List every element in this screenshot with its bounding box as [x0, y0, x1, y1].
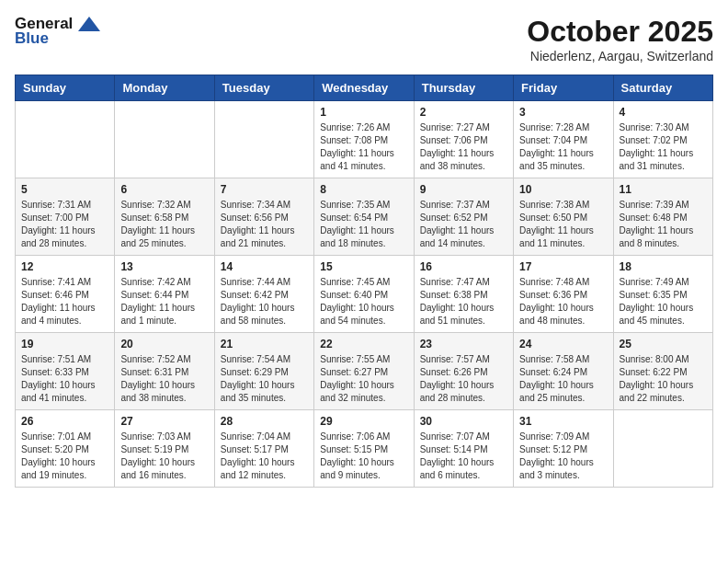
day-number: 11: [620, 183, 707, 196]
day-number: 24: [519, 338, 607, 350]
calendar-cell: 8Sunrise: 7:35 AMSunset: 6:54 PMDaylight…: [314, 178, 414, 256]
calendar-week-row: 5Sunrise: 7:31 AMSunset: 7:00 PMDaylight…: [16, 178, 713, 256]
weekday-header-sunday: Sunday: [16, 75, 115, 101]
weekday-header-row: SundayMondayTuesdayWednesdayThursdayFrid…: [16, 75, 713, 101]
day-info: Sunrise: 7:27 AMSunset: 7:06 PMDaylight:…: [420, 121, 507, 173]
calendar-cell: 14Sunrise: 7:44 AMSunset: 6:42 PMDayligh…: [214, 256, 313, 333]
calendar-cell: 15Sunrise: 7:45 AMSunset: 6:40 PMDayligh…: [314, 256, 414, 333]
calendar-cell: 23Sunrise: 7:57 AMSunset: 6:26 PMDayligh…: [414, 333, 513, 410]
day-number: 26: [21, 415, 108, 428]
calendar-cell: 29Sunrise: 7:06 AMSunset: 5:15 PMDayligh…: [314, 410, 414, 488]
header: General Blue October 2025 Niederlenz, Aa…: [15, 15, 713, 63]
day-number: 18: [620, 260, 707, 273]
day-number: 9: [420, 183, 507, 196]
day-info: Sunrise: 7:03 AMSunset: 5:19 PMDaylight:…: [120, 431, 208, 482]
day-info: Sunrise: 7:41 AMSunset: 6:46 PMDaylight:…: [21, 276, 108, 327]
calendar-cell: [214, 101, 313, 178]
day-number: 19: [21, 338, 108, 350]
calendar-cell: [115, 101, 214, 178]
day-number: 3: [519, 106, 607, 119]
day-number: 21: [221, 338, 308, 350]
calendar-cell: 4Sunrise: 7:30 AMSunset: 7:02 PMDaylight…: [613, 101, 712, 178]
calendar-week-row: 1Sunrise: 7:26 AMSunset: 7:08 PMDaylight…: [16, 101, 713, 178]
calendar-cell: 9Sunrise: 7:37 AMSunset: 6:52 PMDaylight…: [414, 178, 513, 256]
calendar-week-row: 19Sunrise: 7:51 AMSunset: 6:33 PMDayligh…: [16, 333, 713, 410]
day-number: 27: [120, 415, 208, 428]
day-info: Sunrise: 7:44 AMSunset: 6:42 PMDaylight:…: [221, 276, 308, 327]
location-title: Niederlenz, Aargau, Switzerland: [527, 49, 713, 63]
day-number: 15: [320, 260, 407, 273]
day-number: 12: [21, 260, 108, 273]
day-info: Sunrise: 7:35 AMSunset: 6:54 PMDaylight:…: [320, 199, 407, 250]
day-info: Sunrise: 8:00 AMSunset: 6:22 PMDaylight:…: [620, 353, 707, 405]
day-number: 17: [519, 260, 607, 273]
calendar-cell: 1Sunrise: 7:26 AMSunset: 7:08 PMDaylight…: [314, 101, 414, 178]
calendar-cell: 21Sunrise: 7:54 AMSunset: 6:29 PMDayligh…: [214, 333, 313, 410]
day-number: 6: [120, 183, 208, 196]
day-number: 13: [120, 260, 208, 273]
calendar-cell: 13Sunrise: 7:42 AMSunset: 6:44 PMDayligh…: [115, 256, 214, 333]
day-number: 1: [320, 106, 407, 119]
calendar-cell: 10Sunrise: 7:38 AMSunset: 6:50 PMDayligh…: [514, 178, 613, 256]
calendar-cell: 26Sunrise: 7:01 AMSunset: 5:20 PMDayligh…: [16, 410, 115, 488]
day-info: Sunrise: 7:39 AMSunset: 6:48 PMDaylight:…: [620, 199, 707, 250]
day-info: Sunrise: 7:28 AMSunset: 7:04 PMDaylight:…: [519, 121, 607, 173]
calendar-cell: 7Sunrise: 7:34 AMSunset: 6:56 PMDaylight…: [214, 178, 313, 256]
day-info: Sunrise: 7:30 AMSunset: 7:02 PMDaylight:…: [620, 121, 707, 173]
calendar-cell: 18Sunrise: 7:49 AMSunset: 6:35 PMDayligh…: [613, 256, 712, 333]
day-number: 14: [221, 260, 308, 273]
weekday-header-tuesday: Tuesday: [214, 75, 313, 101]
calendar-cell: 24Sunrise: 7:58 AMSunset: 6:24 PMDayligh…: [514, 333, 613, 410]
calendar-cell: [16, 101, 115, 178]
day-number: 2: [420, 106, 507, 119]
day-number: 5: [21, 183, 108, 196]
day-number: 23: [420, 338, 507, 350]
weekday-header-monday: Monday: [115, 75, 214, 101]
day-number: 29: [320, 415, 407, 428]
weekday-header-saturday: Saturday: [613, 75, 712, 101]
calendar-cell: 5Sunrise: 7:31 AMSunset: 7:00 PMDaylight…: [16, 178, 115, 256]
calendar-cell: 25Sunrise: 8:00 AMSunset: 6:22 PMDayligh…: [613, 333, 712, 410]
title-area: October 2025 Niederlenz, Aargau, Switzer…: [527, 15, 713, 63]
calendar-cell: 16Sunrise: 7:47 AMSunset: 6:38 PMDayligh…: [414, 256, 513, 333]
calendar-week-row: 12Sunrise: 7:41 AMSunset: 6:46 PMDayligh…: [16, 256, 713, 333]
calendar-cell: 28Sunrise: 7:04 AMSunset: 5:17 PMDayligh…: [214, 410, 313, 488]
day-info: Sunrise: 7:01 AMSunset: 5:20 PMDaylight:…: [21, 431, 108, 482]
weekday-header-wednesday: Wednesday: [314, 75, 414, 101]
day-info: Sunrise: 7:09 AMSunset: 5:12 PMDaylight:…: [519, 431, 607, 482]
day-info: Sunrise: 7:49 AMSunset: 6:35 PMDaylight:…: [620, 276, 707, 327]
day-info: Sunrise: 7:58 AMSunset: 6:24 PMDaylight:…: [519, 353, 607, 405]
calendar: SundayMondayTuesdayWednesdayThursdayFrid…: [15, 75, 713, 488]
day-number: 8: [320, 183, 407, 196]
calendar-cell: 3Sunrise: 7:28 AMSunset: 7:04 PMDaylight…: [514, 101, 613, 178]
calendar-cell: 27Sunrise: 7:03 AMSunset: 5:19 PMDayligh…: [115, 410, 214, 488]
day-info: Sunrise: 7:06 AMSunset: 5:15 PMDaylight:…: [320, 431, 407, 482]
calendar-cell: 17Sunrise: 7:48 AMSunset: 6:36 PMDayligh…: [514, 256, 613, 333]
day-number: 4: [620, 106, 707, 119]
day-info: Sunrise: 7:57 AMSunset: 6:26 PMDaylight:…: [420, 353, 507, 405]
day-info: Sunrise: 7:47 AMSunset: 6:38 PMDaylight:…: [420, 276, 507, 327]
day-info: Sunrise: 7:51 AMSunset: 6:33 PMDaylight:…: [21, 353, 108, 405]
weekday-header-thursday: Thursday: [414, 75, 513, 101]
day-number: 7: [221, 183, 308, 196]
logo-blue-text: Blue: [15, 29, 49, 48]
weekday-header-friday: Friday: [514, 75, 613, 101]
day-number: 28: [221, 415, 308, 428]
day-info: Sunrise: 7:34 AMSunset: 6:56 PMDaylight:…: [221, 199, 308, 250]
calendar-cell: 30Sunrise: 7:07 AMSunset: 5:14 PMDayligh…: [414, 410, 513, 488]
day-info: Sunrise: 7:54 AMSunset: 6:29 PMDaylight:…: [221, 353, 308, 405]
calendar-cell: 6Sunrise: 7:32 AMSunset: 6:58 PMDaylight…: [115, 178, 214, 256]
day-number: 31: [519, 415, 607, 428]
day-number: 30: [420, 415, 507, 428]
day-info: Sunrise: 7:55 AMSunset: 6:27 PMDaylight:…: [320, 353, 407, 405]
calendar-week-row: 26Sunrise: 7:01 AMSunset: 5:20 PMDayligh…: [16, 410, 713, 488]
calendar-cell: 12Sunrise: 7:41 AMSunset: 6:46 PMDayligh…: [16, 256, 115, 333]
day-number: 16: [420, 260, 507, 273]
day-number: 20: [120, 338, 208, 350]
calendar-cell: 31Sunrise: 7:09 AMSunset: 5:12 PMDayligh…: [514, 410, 613, 488]
logo-icon: [76, 15, 102, 33]
day-info: Sunrise: 7:48 AMSunset: 6:36 PMDaylight:…: [519, 276, 607, 327]
calendar-cell: 20Sunrise: 7:52 AMSunset: 6:31 PMDayligh…: [115, 333, 214, 410]
calendar-cell: 19Sunrise: 7:51 AMSunset: 6:33 PMDayligh…: [16, 333, 115, 410]
day-info: Sunrise: 7:42 AMSunset: 6:44 PMDaylight:…: [120, 276, 208, 327]
